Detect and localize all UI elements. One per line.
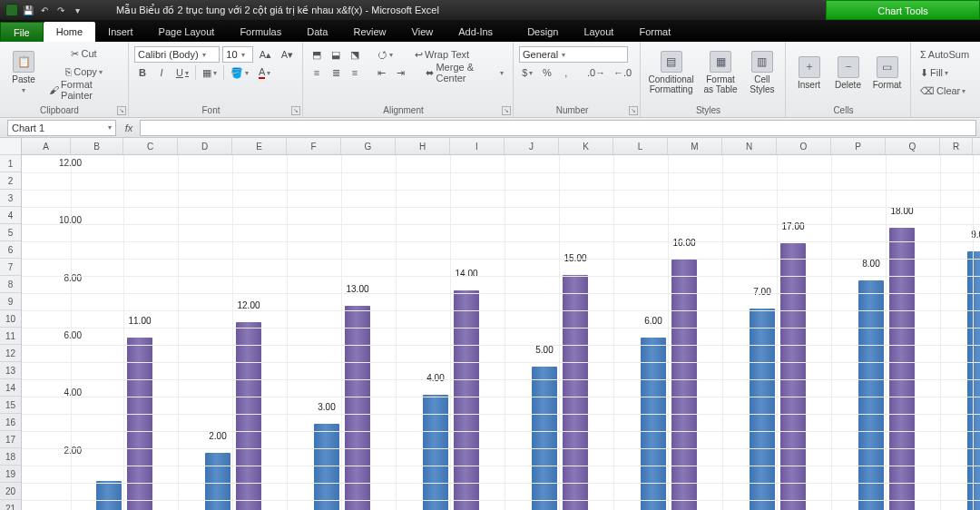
tab-chart-design[interactable]: Design: [514, 22, 571, 42]
column-header[interactable]: N: [722, 138, 777, 154]
tab-insert[interactable]: Insert: [95, 22, 146, 42]
row-header[interactable]: 8: [0, 276, 21, 293]
row-header[interactable]: 7: [0, 259, 21, 276]
qat-dropdown-icon[interactable]: ▾: [71, 4, 83, 16]
undo-icon[interactable]: ↶: [38, 4, 51, 16]
align-left-button[interactable]: ≡: [309, 64, 325, 81]
font-color-button[interactable]: A▾: [255, 64, 274, 81]
bar-series-2[interactable]: [236, 322, 261, 510]
clear-button[interactable]: ⌫Clear▾: [916, 83, 969, 99]
bar-series-1[interactable]: [858, 280, 884, 510]
bar-series-2[interactable]: [127, 338, 152, 510]
row-header[interactable]: 16: [0, 414, 21, 431]
align-middle-button[interactable]: ⬓: [328, 46, 344, 63]
formula-bar[interactable]: [140, 120, 976, 136]
insert-cells-button[interactable]: ＋Insert: [791, 44, 827, 102]
tab-view[interactable]: View: [399, 22, 446, 42]
comma-button[interactable]: ,: [558, 64, 574, 81]
bar-series-2[interactable]: [454, 290, 479, 510]
tab-formulas[interactable]: Formulas: [227, 22, 294, 42]
italic-button[interactable]: I: [153, 64, 170, 81]
font-name-combo[interactable]: Calibri (Body)▾: [134, 46, 220, 63]
row-header[interactable]: 19: [0, 466, 21, 483]
tab-home[interactable]: Home: [44, 22, 95, 42]
delete-cells-button[interactable]: －Delete: [830, 44, 866, 102]
dialog-launcher-icon[interactable]: ↘: [629, 106, 638, 115]
bar-series-2[interactable]: [671, 260, 697, 510]
cell-styles-button[interactable]: ▥Cell Styles: [745, 44, 779, 102]
row-header[interactable]: 5: [0, 224, 21, 241]
column-header[interactable]: O: [777, 138, 831, 154]
column-header[interactable]: P: [831, 138, 886, 154]
column-header[interactable]: G: [341, 138, 396, 154]
cut-button[interactable]: ✂Cut: [45, 45, 122, 62]
cell-grid[interactable]: 11.002.0012.003.0013.004.0014.005.0015.0…: [22, 155, 980, 510]
conditional-formatting-button[interactable]: ▤Conditional Formatting: [646, 44, 696, 102]
format-as-table-button[interactable]: ▦Format as Table: [700, 44, 741, 102]
autosum-button[interactable]: ΣAutoSum: [916, 46, 973, 63]
paste-button[interactable]: 📋 Paste ▾: [5, 44, 42, 102]
row-header[interactable]: 15: [0, 397, 21, 414]
shrink-font-button[interactable]: A▾: [278, 46, 297, 63]
tab-chart-layout[interactable]: Layout: [571, 22, 626, 42]
number-format-combo[interactable]: General▾: [519, 46, 628, 63]
align-center-button[interactable]: ≣: [328, 64, 344, 81]
format-cells-button[interactable]: ▭Format: [869, 44, 905, 102]
embedded-chart[interactable]: 11.002.0012.003.0013.004.0014.005.0015.0…: [31, 157, 980, 510]
accounting-format-button[interactable]: $▾: [519, 64, 536, 81]
tab-review[interactable]: Review: [340, 22, 398, 42]
merge-center-button[interactable]: ⬌Merge & Center▾: [422, 64, 507, 81]
column-header[interactable]: J: [505, 138, 559, 154]
increase-decimal-button[interactable]: .0→: [584, 64, 608, 81]
bar-series-1[interactable]: [96, 481, 122, 510]
row-header[interactable]: 6: [0, 241, 21, 259]
fill-button[interactable]: ⬇Fill▾: [916, 64, 952, 81]
bar-series-1[interactable]: [205, 453, 230, 510]
dialog-launcher-icon[interactable]: ↘: [291, 106, 300, 115]
column-header[interactable]: M: [668, 138, 722, 154]
fx-icon[interactable]: fx: [118, 123, 140, 133]
increase-indent-button[interactable]: ⇥: [392, 64, 408, 81]
row-header[interactable]: 12: [0, 345, 21, 362]
bar-series-1[interactable]: [641, 338, 666, 510]
decrease-decimal-button[interactable]: ←.0: [611, 64, 634, 81]
column-header[interactable]: A: [22, 138, 71, 154]
row-header[interactable]: 13: [0, 362, 21, 379]
tab-page-layout[interactable]: Page Layout: [146, 22, 228, 42]
column-header[interactable]: B: [71, 138, 123, 154]
bar-series-1[interactable]: [967, 251, 980, 510]
row-header[interactable]: 18: [0, 448, 21, 466]
save-icon[interactable]: 💾: [22, 4, 34, 16]
bar-series-1[interactable]: [750, 309, 775, 510]
column-header[interactable]: K: [559, 138, 613, 154]
bar-series-2[interactable]: [345, 306, 370, 510]
tab-data[interactable]: Data: [294, 22, 340, 42]
name-box[interactable]: Chart 1 ▾: [7, 120, 116, 136]
underline-button[interactable]: U▾: [172, 64, 192, 81]
column-header[interactable]: R: [940, 138, 973, 154]
row-header[interactable]: 17: [0, 431, 21, 448]
bar-series-2[interactable]: [889, 228, 915, 510]
dialog-launcher-icon[interactable]: ↘: [502, 106, 511, 115]
decrease-indent-button[interactable]: ⇤: [373, 64, 389, 81]
grow-font-button[interactable]: A▴: [256, 46, 275, 63]
column-header[interactable]: L: [613, 138, 668, 154]
column-header[interactable]: D: [178, 138, 232, 154]
bar-series-1[interactable]: [532, 367, 557, 510]
tab-file[interactable]: File: [0, 22, 44, 42]
column-header[interactable]: H: [396, 138, 450, 154]
copy-button[interactable]: ⎘Copy▾: [45, 64, 122, 80]
bar-series-1[interactable]: [314, 424, 339, 510]
column-header[interactable]: E: [232, 138, 287, 154]
align-right-button[interactable]: ≡: [347, 64, 363, 81]
redo-icon[interactable]: ↷: [54, 4, 67, 16]
bar-series-1[interactable]: [423, 395, 448, 510]
row-header[interactable]: 14: [0, 379, 21, 397]
row-header[interactable]: 20: [0, 483, 21, 500]
borders-button[interactable]: ▦▾: [199, 64, 220, 81]
format-painter-button[interactable]: 🖌Format Painter: [45, 82, 122, 98]
tab-chart-format[interactable]: Format: [626, 22, 683, 42]
align-bottom-button[interactable]: ⬔: [347, 46, 363, 63]
column-header[interactable]: I: [450, 138, 505, 154]
bar-series-2[interactable]: [780, 243, 806, 510]
